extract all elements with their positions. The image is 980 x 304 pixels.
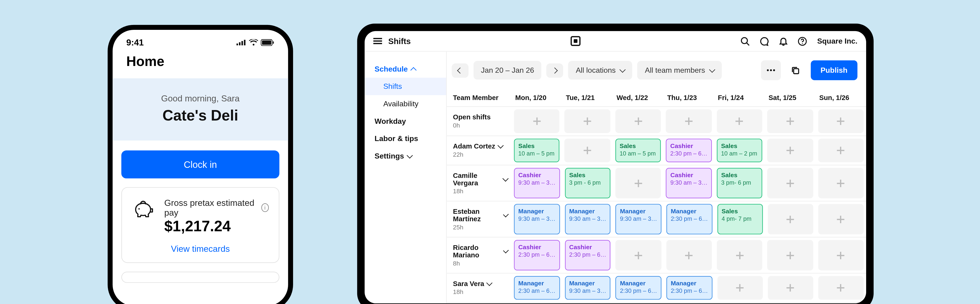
day-cell: Cashier9:30 am – 3… [511, 165, 562, 201]
help-icon[interactable] [798, 36, 807, 46]
add-shift-button[interactable] [818, 109, 864, 133]
sidebar-item-workday[interactable]: Workday [365, 112, 446, 130]
page-title: Home [113, 50, 288, 78]
shift-block[interactable]: Cashier9:30 am – 3… [514, 168, 560, 198]
add-shift-button[interactable] [565, 109, 610, 133]
add-shift-button[interactable] [818, 139, 864, 162]
sidebar-item-availability[interactable]: Availability [365, 95, 446, 112]
add-shift-button[interactable] [717, 240, 762, 271]
shift-time: 9:30 am – 3… [620, 215, 657, 223]
shift-block[interactable]: Cashier2:30 pm – 6… [514, 240, 560, 271]
add-shift-button[interactable] [514, 109, 560, 133]
sidebar-item-schedule[interactable]: Schedule [365, 60, 446, 78]
member-name[interactable]: Esteban Martínez [453, 208, 508, 223]
add-shift-button[interactable] [666, 240, 712, 271]
plus-icon [837, 147, 845, 154]
add-shift-button[interactable] [615, 168, 661, 198]
column-header-day: Wed, 1/22 [613, 89, 663, 106]
add-shift-button[interactable] [717, 276, 763, 299]
shift-block[interactable]: Manager9:30 am – 3… [565, 276, 610, 299]
publish-button[interactable]: Publish [811, 60, 858, 80]
shift-time: 9:30 am – 3… [569, 287, 606, 295]
shift-block[interactable]: Sales3 pm - 6 pm [565, 168, 610, 198]
business-name: Cate's Deli [123, 107, 278, 125]
org-name[interactable]: Square Inc. [817, 36, 858, 45]
add-shift-button[interactable] [767, 139, 813, 162]
svg-rect-15 [794, 68, 799, 73]
member-hours: 0h [453, 122, 508, 129]
svg-point-8 [741, 37, 748, 43]
add-shift-button[interactable] [767, 168, 813, 198]
add-shift-button[interactable] [768, 204, 813, 234]
shift-role: Cashier [518, 171, 555, 179]
day-cell [765, 165, 816, 201]
shift-block[interactable]: Manager2:30 pm – 6… [667, 276, 712, 299]
day-cell [816, 107, 866, 136]
team-members-filter[interactable]: All team members [638, 61, 722, 79]
shift-time: 4 pm- 7 pm [722, 215, 759, 223]
shift-block[interactable]: Sales10 am – 5 pm [514, 139, 560, 162]
menu-icon[interactable] [373, 38, 382, 44]
member-name[interactable]: Sara Vera [453, 280, 508, 287]
member-name[interactable]: Ricardo Mariano [453, 244, 508, 258]
clock-in-button[interactable]: Clock in [121, 150, 279, 178]
plus-icon [685, 117, 692, 125]
add-shift-button[interactable] [768, 276, 813, 299]
day-cell [816, 238, 866, 273]
piggy-bank-icon [132, 198, 155, 221]
member-name[interactable]: Camille Vergara [453, 172, 508, 187]
copy-icon [791, 65, 800, 75]
shift-block[interactable]: Manager2:30 pm – 6… [667, 204, 712, 234]
shift-block[interactable]: Manager9:30 am – 3… [514, 204, 560, 234]
add-shift-button[interactable] [767, 240, 813, 271]
day-cell [714, 107, 765, 136]
prev-week-button[interactable] [452, 63, 469, 78]
shift-block[interactable]: Sales10 am – 2 pm [717, 139, 762, 162]
day-cell [765, 274, 816, 302]
shift-block[interactable]: Manager9:30 am – 3… [565, 204, 610, 234]
date-range-picker[interactable]: Jan 20 – Jan 26 [473, 61, 542, 79]
info-icon[interactable]: i [261, 203, 269, 212]
view-timecards-link[interactable]: View timecards [132, 241, 269, 253]
bell-icon[interactable] [780, 36, 788, 46]
shift-block[interactable]: Sales10 am – 5 pm [615, 139, 661, 162]
shift-block[interactable]: Manager9:30 am – 3… [616, 204, 661, 234]
shift-block[interactable]: Manager2:30 pm – 6… [616, 276, 661, 299]
add-shift-button[interactable] [767, 109, 813, 133]
add-shift-button[interactable] [818, 204, 864, 234]
next-week-button[interactable] [546, 63, 563, 78]
sidebar-item-shifts[interactable]: Shifts [365, 78, 446, 95]
shift-block[interactable]: Manager2:30 am – 6… [514, 276, 560, 299]
member-name[interactable]: Adam Cortez [453, 142, 508, 150]
shift-time: 2:30 am – 6… [518, 287, 555, 295]
add-shift-button[interactable] [666, 109, 712, 133]
shift-time: 10 am – 2 pm [721, 150, 758, 158]
add-shift-button[interactable] [615, 109, 661, 133]
shift-role: Manager [518, 279, 555, 287]
search-icon[interactable] [741, 36, 750, 46]
sidebar-item-labor-tips[interactable]: Labor & tips [365, 130, 446, 147]
chevron-down-icon [487, 280, 493, 286]
chevron-down-icon [503, 175, 509, 181]
shift-block[interactable]: Sales3 pm- 6 pm [717, 168, 762, 198]
shift-block[interactable]: Cashier9:30 am – 3… [666, 168, 712, 198]
add-shift-button[interactable] [818, 276, 864, 299]
day-cell: Sales10 am – 2 pm [714, 136, 765, 165]
locations-filter[interactable]: All locations [568, 61, 633, 79]
add-shift-button[interactable] [818, 240, 864, 271]
add-shift-button[interactable] [717, 109, 762, 133]
pay-label: Gross pretax estimated pay i [164, 198, 269, 217]
add-shift-button[interactable] [565, 139, 610, 162]
sidebar-item-settings[interactable]: Settings [365, 147, 446, 165]
more-options-button[interactable] [760, 60, 781, 80]
day-cell: Manager9:30 am – 3… [511, 201, 562, 237]
add-shift-button[interactable] [818, 168, 864, 198]
shift-block[interactable]: Cashier2:30 pm – 6… [565, 240, 610, 271]
day-cell [816, 274, 866, 302]
add-shift-button[interactable] [616, 240, 661, 271]
copy-button[interactable] [786, 60, 805, 80]
shift-block[interactable]: Cashier2:30 pm – 6… [666, 139, 712, 162]
chat-icon[interactable] [760, 36, 769, 46]
shift-block[interactable]: Sales4 pm- 7 pm [717, 204, 763, 234]
column-header-day: Thu, 1/23 [663, 89, 714, 106]
